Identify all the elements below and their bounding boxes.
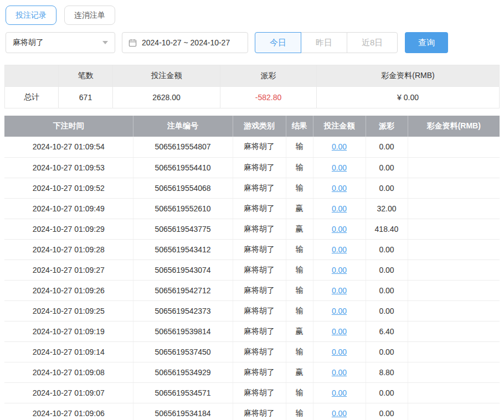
cell-bet-time: 2024-10-27 01:09:08 (4, 362, 133, 382)
cell-order-id: 5065619539814 (133, 321, 233, 341)
date-range-value: 2024-10-27 ~ 2024-10-27 (142, 38, 230, 47)
cell-bet-amount: 0.00 (313, 239, 366, 260)
summary-header-bonus: 彩金资料(RMB) (317, 65, 500, 87)
table-row: 2024-10-27 01:09:535065619554410麻将胡了输0.0… (4, 157, 500, 178)
bet-amount-link[interactable]: 0.00 (332, 245, 347, 254)
cell-game-type: 麻将胡了 (233, 362, 286, 382)
cell-payout: 0.00 (366, 137, 408, 157)
cell-bet-amount: 0.00 (313, 260, 366, 280)
quick-range-yesterday[interactable]: 昨日 (301, 32, 347, 53)
bet-amount-link[interactable]: 0.00 (332, 184, 347, 193)
cell-bonus (408, 300, 500, 321)
cell-payout: 0.00 (366, 178, 408, 198)
records-table: 下注时间注单编号游戏类别结果投注金额派彩彩金资料(RMB) 2024-10-27… (4, 116, 500, 420)
tab-betting-records[interactable]: 投注记录 (6, 6, 56, 25)
cell-payout: 0.00 (366, 382, 408, 403)
tabs-bar: 投注记录 连消注单 (0, 0, 504, 28)
cell-result: 输 (286, 280, 313, 300)
col-bet-amount: 投注金额 (313, 116, 366, 137)
cell-bet-time: 2024-10-27 01:09:14 (4, 341, 133, 362)
summary-total-label: 总计 (5, 87, 59, 108)
cell-bonus (408, 178, 500, 198)
quick-range-group: 今日 昨日 近8日 (255, 32, 398, 53)
cell-game-type: 麻将胡了 (233, 341, 286, 362)
cell-order-id: 5065619554807 (133, 137, 233, 157)
cell-game-type: 麻将胡了 (233, 178, 286, 198)
cell-payout: 0.00 (366, 157, 408, 178)
quick-range-last8days[interactable]: 近8日 (347, 32, 398, 53)
table-row: 2024-10-27 01:09:495065619552610麻将胡了赢0.0… (4, 198, 500, 219)
game-select[interactable]: 麻将胡了 (6, 32, 115, 53)
bet-amount-link[interactable]: 0.00 (332, 286, 347, 295)
cell-bet-amount: 0.00 (313, 300, 366, 321)
bet-amount-link[interactable]: 0.00 (332, 409, 347, 418)
bet-amount-link[interactable]: 0.00 (332, 266, 347, 274)
cell-order-id: 5065619537450 (133, 341, 233, 362)
cell-payout: 0.00 (366, 239, 408, 260)
cell-game-type: 麻将胡了 (233, 137, 286, 157)
cell-result: 输 (286, 178, 313, 198)
summary-header-row: 笔数 投注金额 派彩 彩金资料(RMB) (5, 65, 500, 87)
summary-total-bonus: ¥ 0.00 (317, 87, 500, 108)
cell-bet-amount: 0.00 (313, 321, 366, 341)
bet-amount-link[interactable]: 0.00 (332, 204, 347, 213)
tab-cancelled-orders[interactable]: 连消注单 (64, 6, 115, 25)
summary-header-bet-amount: 投注金额 (113, 65, 220, 87)
cell-payout: 418.40 (366, 219, 408, 239)
cell-payout: 6.40 (366, 321, 408, 341)
table-row: 2024-10-27 01:09:545065619554807麻将胡了输0.0… (4, 137, 500, 157)
cell-order-id: 5065619554068 (133, 178, 233, 198)
cell-order-id: 5065619554410 (133, 157, 233, 178)
cell-game-type: 麻将胡了 (233, 382, 286, 403)
table-row: 2024-10-27 01:09:265065619542712麻将胡了输0.0… (4, 280, 500, 300)
cell-payout: 0.00 (366, 260, 408, 280)
cell-result: 输 (286, 341, 313, 362)
bet-amount-link[interactable]: 0.00 (332, 163, 347, 172)
cell-result: 输 (286, 403, 313, 420)
table-row: 2024-10-27 01:09:525065619554068麻将胡了输0.0… (4, 178, 500, 198)
cell-order-id: 5065619543074 (133, 260, 233, 280)
cell-bet-amount: 0.00 (313, 382, 366, 403)
cell-bet-time: 2024-10-27 01:09:29 (4, 219, 133, 239)
summary-total-bet-amount: 2628.00 (113, 87, 220, 108)
quick-range-today[interactable]: 今日 (255, 32, 301, 53)
summary-table: 笔数 投注金额 派彩 彩金资料(RMB) 总计 671 2628.00 -582… (4, 65, 500, 108)
bet-amount-link[interactable]: 0.00 (332, 348, 347, 356)
records-table-head-row: 下注时间注单编号游戏类别结果投注金额派彩彩金资料(RMB) (4, 116, 500, 137)
bet-amount-link[interactable]: 0.00 (332, 142, 347, 151)
cell-result: 赢 (286, 219, 313, 239)
table-row: 2024-10-27 01:09:295065619543775麻将胡了赢0.0… (4, 219, 500, 239)
bet-amount-link[interactable]: 0.00 (332, 327, 347, 336)
cell-order-id: 5065619534571 (133, 382, 233, 403)
bet-amount-link[interactable]: 0.00 (332, 307, 347, 315)
cell-order-id: 5065619552610 (133, 198, 233, 219)
cell-payout: 0.00 (366, 341, 408, 362)
date-range-input[interactable]: 2024-10-27 ~ 2024-10-27 (122, 32, 248, 53)
bet-amount-link[interactable]: 0.00 (332, 368, 347, 377)
bet-amount-link[interactable]: 0.00 (332, 388, 347, 397)
cell-payout: 32.00 (366, 198, 408, 219)
cell-bonus (408, 382, 500, 403)
col-bet-time: 下注时间 (4, 116, 133, 137)
cell-bet-time: 2024-10-27 01:09:27 (4, 260, 133, 280)
cell-bet-time: 2024-10-27 01:09:07 (4, 382, 133, 403)
cell-game-type: 麻将胡了 (233, 280, 286, 300)
table-row: 2024-10-27 01:09:085065619534929麻将胡了赢0.0… (4, 362, 500, 382)
col-game-type: 游戏类别 (233, 116, 286, 137)
summary-header-empty (5, 65, 59, 87)
query-button[interactable]: 查询 (405, 32, 448, 53)
table-row: 2024-10-27 01:09:065065619534184麻将胡了输0.0… (4, 403, 500, 420)
cell-bonus (408, 362, 500, 382)
cell-bonus (408, 239, 500, 260)
cell-bonus (408, 403, 500, 420)
cell-bet-time: 2024-10-27 01:09:53 (4, 157, 133, 178)
cell-bet-amount: 0.00 (313, 362, 366, 382)
cell-result: 赢 (286, 321, 313, 341)
cell-bonus (408, 157, 500, 178)
cell-bet-amount: 0.00 (313, 280, 366, 300)
cell-game-type: 麻将胡了 (233, 157, 286, 178)
bet-amount-link[interactable]: 0.00 (332, 225, 347, 234)
col-payout: 派彩 (366, 116, 408, 137)
table-row: 2024-10-27 01:09:145065619537450麻将胡了输0.0… (4, 341, 500, 362)
cell-order-id: 5065619542373 (133, 300, 233, 321)
